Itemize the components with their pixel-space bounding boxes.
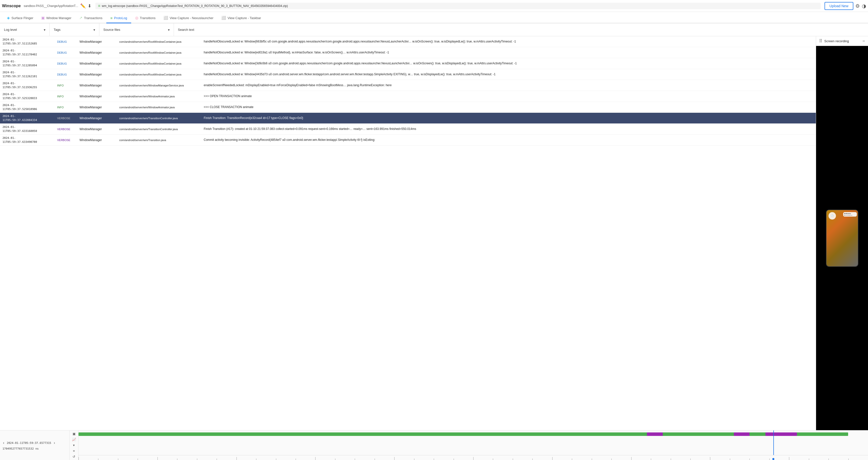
tab-transactions[interactable]: ↗ Transactions (75, 13, 106, 23)
timeline-controls: ▣ 📈 ▾ ≡ ↺ 🔍 🔎 (69, 430, 79, 460)
timeline-tick (296, 459, 296, 460)
header: Winscope sandbox-PASS__ChangeAppRotation… (0, 0, 868, 12)
log-tag: WindowManager (77, 38, 117, 45)
tab-window-manager[interactable]: ▣ Window Manager (37, 13, 75, 23)
timeline-tick (730, 459, 730, 460)
timeline-accent-bar (694, 432, 718, 436)
screen-recording-header: ⠿ Screen recording − (816, 36, 868, 46)
log-timestamp: 2024-01- 11T05:59:37.511152685 (0, 36, 55, 47)
timeline-tick (454, 459, 454, 460)
log-source: com/android/server/wm/Transition.java (117, 137, 201, 143)
timeline-tick (355, 459, 355, 460)
tab-surface-flinger[interactable]: ◈ Surface Flinger (3, 13, 37, 23)
table-row[interactable]: 2024-01- 11T05:59:37.632884334 VERBOSE W… (0, 113, 816, 124)
log-level: VERBOSE (55, 137, 77, 143)
source-files-arrow: ▾ (168, 28, 170, 32)
tab-view-capture-nl-label: View Capture - Nexuslauncher (170, 16, 213, 20)
timeline-next-button[interactable]: › (53, 440, 55, 446)
search-text-filter[interactable]: Search text (174, 23, 868, 36)
log-level-filter[interactable]: Log level ▾ (0, 23, 50, 36)
timeline-accent-bar (766, 432, 797, 436)
timeline-main-bar (79, 432, 848, 436)
log-tag: WindowManager (77, 50, 117, 56)
timeline-tick (276, 459, 276, 460)
tab-view-capture-taskbar[interactable]: ⬜ View Capture - Taskbar (217, 13, 265, 23)
transitions-icon: ◎ (135, 16, 138, 20)
timeline-accent-bar (647, 432, 663, 436)
table-row[interactable]: 2024-01- 11T05:59:37.511936255 INFO Wind… (0, 80, 816, 91)
timeline-tick (157, 457, 158, 460)
screen-recording-panel: ⠿ Screen recording − 🕐 Notification App … (816, 36, 868, 430)
timeline-nanoseconds: 1704952777657731532 ns (2, 447, 67, 450)
log-source: com/android/server/wm/RootWindowContaine… (117, 50, 201, 56)
log-table[interactable]: 2024-01- 11T05:59:37.511152685 DEBUG Win… (0, 36, 816, 430)
table-row[interactable]: 2024-01- 11T05:59:37.633160050 VERBOSE W… (0, 124, 816, 134)
download-icon[interactable]: ⬇ (88, 3, 91, 9)
transactions-icon: ↗ (79, 16, 83, 20)
timeline-tick (631, 457, 631, 460)
timeline-chart-icon[interactable]: 📈 (71, 437, 76, 442)
screen-recording-minimize-button[interactable]: − (862, 38, 865, 44)
log-tag: WindowManager (77, 104, 117, 111)
table-row[interactable]: 2024-01- 11T05:59:37.511178402 DEBUG Win… (0, 47, 816, 58)
tab-transitions-label: Transitions (140, 16, 156, 20)
timeline-timestamp: 2024-01-11T05:59:37.6577315 (7, 441, 51, 444)
log-message: handleNotObscuredLocked w: Window{ed019a… (201, 49, 816, 56)
theme-icon[interactable]: ◑ (862, 3, 866, 9)
video-content: 🕐 Notification App message here (816, 46, 868, 430)
log-timestamp: 2024-01- 11T05:59:37.511205094 (0, 58, 55, 69)
file-menu-icon: ≡ (98, 4, 100, 8)
table-row[interactable]: 2024-01- 11T05:59:37.511262101 DEBUG Win… (0, 69, 816, 80)
tags-filter[interactable]: Tags ▾ (50, 23, 99, 36)
timeline-tick (532, 459, 533, 460)
tab-protolog-label: ProtoLog (114, 16, 127, 20)
log-timestamp: 2024-01- 11T05:59:37.633490780 (0, 134, 55, 145)
timeline-tick (237, 457, 237, 460)
timeline-tick (829, 459, 829, 460)
table-row[interactable]: 2024-01- 11T05:59:37.511205094 DEBUG Win… (0, 58, 816, 69)
log-tag: WindowManager (77, 115, 117, 121)
file-path-text: wm_log.winscope (sandbox-PASS__ChangeApp… (102, 4, 288, 8)
tab-view-capture-taskbar-label: View Capture - Taskbar (227, 16, 261, 20)
timeline-tick (749, 459, 750, 460)
timeline-main[interactable] (79, 430, 868, 460)
upload-new-button[interactable]: Upload New (825, 2, 854, 10)
timeline-tick (118, 459, 118, 460)
settings-icon[interactable]: ⚙ (855, 3, 860, 9)
screen-recording-grid-icon: ⠿ (819, 38, 822, 44)
log-message: >>> OPEN TRANSACTION animate (201, 93, 816, 100)
timeline-tick (375, 459, 375, 460)
timeline-video-icon[interactable]: ▣ (72, 431, 76, 436)
timeline-list-icon[interactable]: ≡ (72, 449, 75, 453)
timeline-tick (473, 457, 473, 460)
header-action-icons: ⚙ ◑ (855, 3, 866, 9)
log-timestamp: 2024-01- 11T05:59:37.511262101 (0, 69, 55, 80)
timeline-dropdown-icon[interactable]: ▾ (72, 443, 75, 448)
table-row[interactable]: 2024-01- 11T05:59:37.511152685 DEBUG Win… (0, 36, 816, 47)
table-row[interactable]: 2024-01- 11T05:59:37.525328833 INFO Wind… (0, 91, 816, 102)
timeline-tick (592, 459, 592, 460)
timeline-refresh-icon[interactable]: ↺ (72, 454, 76, 459)
log-level: DEBUG (55, 71, 77, 78)
edit-icon[interactable]: ✏️ (80, 3, 86, 9)
table-row[interactable]: 2024-01- 11T05:59:37.525818986 INFO Wind… (0, 102, 816, 113)
source-files-filter[interactable]: Source files ▾ (99, 23, 174, 36)
timeline-prev-button[interactable]: ‹ (2, 440, 5, 446)
log-level: VERBOSE (55, 126, 77, 132)
log-source: com/android/server/wm/TransitionControll… (117, 126, 201, 132)
tab-protolog[interactable]: ≡ ProtoLog (106, 13, 131, 23)
log-tag: WindowManager (77, 126, 117, 132)
protolog-icon: ≡ (110, 16, 113, 20)
log-source: com/android/server/wm/RootWindowContaine… (117, 71, 201, 78)
log-level: DEBUG (55, 39, 77, 45)
table-row[interactable]: 2024-01- 11T05:59:37.633490780 VERBOSE W… (0, 134, 816, 146)
window-manager-icon: ▣ (41, 16, 45, 20)
tab-view-capture-nexuslauncher[interactable]: ⬜ View Capture - Nexuslauncher (159, 13, 217, 23)
view-capture-nl-icon: ⬜ (163, 16, 168, 20)
log-source: com/android/server/wm/WindowManagerServi… (117, 83, 201, 88)
log-source: com/android/server/wm/TransitionControll… (117, 115, 201, 121)
log-level: VERBOSE (55, 115, 77, 121)
tab-transitions[interactable]: ◎ Transitions (131, 13, 159, 23)
log-timestamp: 2024-01- 11T05:59:37.633160050 (0, 124, 55, 134)
log-timestamp: 2024-01- 11T05:59:37.525818986 (0, 102, 55, 113)
